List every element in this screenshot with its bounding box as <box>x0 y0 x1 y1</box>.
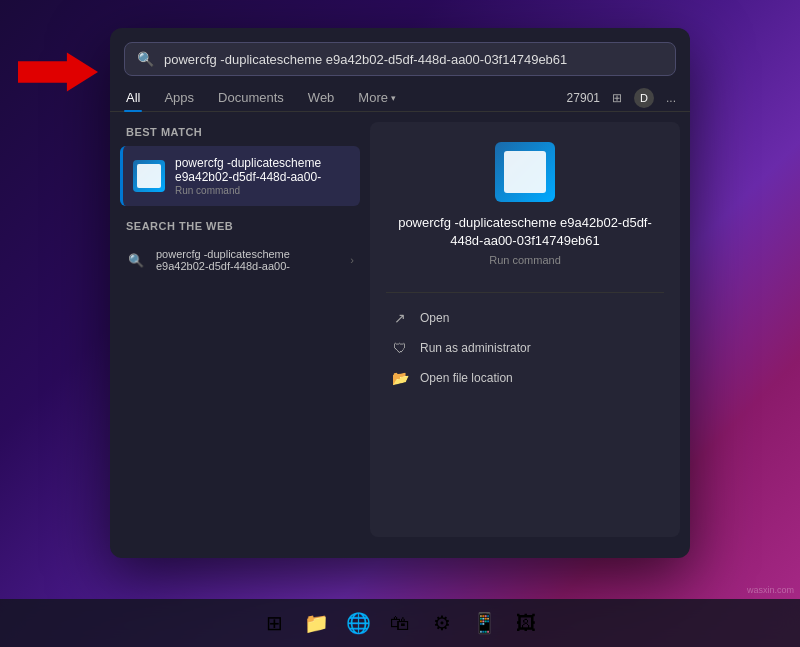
right-icon-area <box>386 142 664 202</box>
tab-all[interactable]: All <box>124 84 142 111</box>
tabs-left: All Apps Documents Web More ▾ <box>124 84 398 111</box>
search-web-section: Search the web 🔍 powercfg -duplicatesche… <box>120 220 360 280</box>
action-open-location[interactable]: 📂 Open file location <box>386 363 664 393</box>
chevron-right-icon: › <box>350 254 354 266</box>
tab-documents[interactable]: Documents <box>216 84 286 111</box>
svg-marker-0 <box>18 52 98 91</box>
search-bar[interactable]: 🔍 powercfg -duplicatescheme e9a42b02-d5d… <box>124 42 676 76</box>
best-match-label: Best match <box>120 126 360 138</box>
taskbar-windows-start[interactable]: ⊞ <box>256 605 292 641</box>
right-title: powercfg -duplicatescheme e9a42b02-d5df-… <box>386 214 664 250</box>
search-window: 🔍 powercfg -duplicatescheme e9a42b02-d5d… <box>110 28 690 558</box>
right-app-icon-inner <box>504 151 546 193</box>
taskbar-store[interactable]: 🛍 <box>382 605 418 641</box>
app-icon <box>133 160 165 192</box>
taskbar-file-explorer[interactable]: 📁 <box>298 605 334 641</box>
web-search-item[interactable]: 🔍 powercfg -duplicatescheme e9a42b02-d5d… <box>120 240 360 280</box>
red-arrow-icon <box>18 52 98 92</box>
admin-icon: 🛡 <box>390 340 410 356</box>
chevron-down-icon: ▾ <box>391 93 396 103</box>
taskbar-photos[interactable]: 🖼 <box>508 605 544 641</box>
desktop: 🔍 powercfg -duplicatescheme e9a42b02-d5d… <box>0 0 800 647</box>
right-panel: powercfg -duplicatescheme e9a42b02-d5df-… <box>370 122 680 537</box>
user-avatar[interactable]: D <box>634 88 654 108</box>
tab-web[interactable]: Web <box>306 84 337 111</box>
taskbar-settings[interactable]: ⚙ <box>424 605 460 641</box>
nav-tabs: All Apps Documents Web More ▾ 27901 ⊞ D … <box>110 76 690 112</box>
taskbar-phone-link[interactable]: 📱 <box>466 605 502 641</box>
watermark: wasxin.com <box>747 585 794 595</box>
open-icon: ↗ <box>390 310 410 326</box>
taskbar-edge[interactable]: 🌐 <box>340 605 376 641</box>
divider <box>386 292 664 293</box>
left-panel: Best match powercfg -duplicatescheme e9a… <box>110 112 370 547</box>
folder-icon: 📂 <box>390 370 410 386</box>
filter-icon[interactable]: ⊞ <box>612 91 622 105</box>
app-icon-inner <box>137 164 161 188</box>
web-item-text: powercfg -duplicatescheme e9a42b02-d5df-… <box>156 248 290 272</box>
tab-more[interactable]: More ▾ <box>356 84 398 111</box>
taskbar: ⊞ 📁 🌐 🛍 ⚙ 📱 🖼 <box>0 599 800 647</box>
search-input[interactable]: powercfg -duplicatescheme e9a42b02-d5df-… <box>164 52 663 67</box>
tab-apps[interactable]: Apps <box>162 84 196 111</box>
right-app-icon <box>495 142 555 202</box>
main-content: Best match powercfg -duplicatescheme e9a… <box>110 112 690 547</box>
web-search-icon: 🔍 <box>126 253 146 268</box>
action-list: ↗ Open 🛡 Run as administrator 📂 Open fil… <box>386 303 664 393</box>
action-run-as-admin[interactable]: 🛡 Run as administrator <box>386 333 664 363</box>
more-options-icon[interactable]: ... <box>666 91 676 105</box>
web-item-left: 🔍 powercfg -duplicatescheme e9a42b02-d5d… <box>126 248 290 272</box>
search-web-label: Search the web <box>120 220 360 232</box>
tabs-right: 27901 ⊞ D ... <box>567 88 676 108</box>
best-match-item[interactable]: powercfg -duplicatescheme e9a42b02-d5df-… <box>120 146 360 206</box>
right-subtitle: Run command <box>386 254 664 266</box>
search-count-badge: 27901 <box>567 91 600 105</box>
search-icon: 🔍 <box>137 51 154 67</box>
best-match-text: powercfg -duplicatescheme e9a42b02-d5df-… <box>175 156 350 196</box>
best-match-title: powercfg -duplicatescheme e9a42b02-d5df-… <box>175 156 350 184</box>
best-match-subtitle: Run command <box>175 185 350 196</box>
action-open[interactable]: ↗ Open <box>386 303 664 333</box>
